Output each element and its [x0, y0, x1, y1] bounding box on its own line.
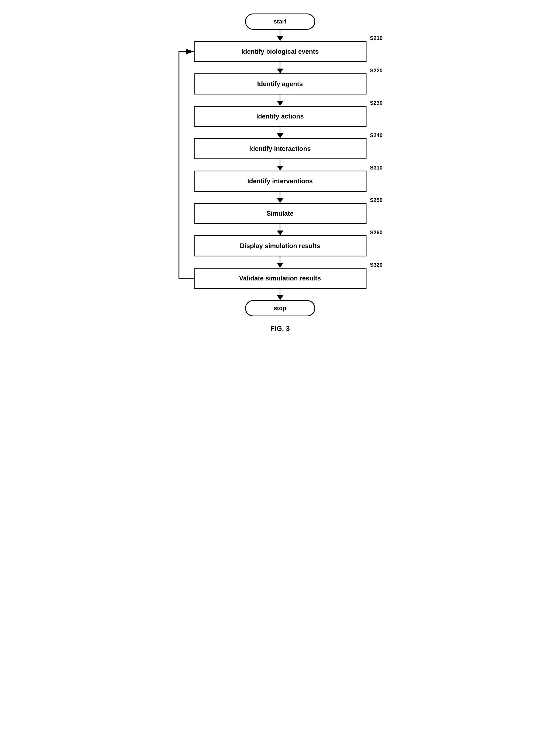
arrow-line — [280, 256, 280, 263]
start-terminal: start — [245, 13, 315, 30]
step-s220-wrapper: S220 Identify agents — [194, 73, 366, 94]
step-s230: Identify actions — [194, 106, 366, 127]
arrowhead — [277, 36, 283, 41]
arrow-line — [280, 224, 280, 231]
connector-7 — [183, 224, 377, 235]
step-label-s220: S220 — [370, 67, 383, 74]
arrow-line — [280, 127, 280, 133]
connector-5 — [183, 159, 377, 171]
arrow-line — [280, 192, 280, 198]
arrowhead — [277, 101, 283, 106]
arrowhead — [277, 166, 283, 171]
step-s310: Identify interventions — [194, 171, 366, 192]
step-label-s320: S320 — [370, 262, 383, 268]
connector-9 — [183, 289, 377, 300]
arrow-line — [280, 289, 280, 295]
stop-terminal: stop — [245, 300, 315, 316]
connector-1 — [183, 30, 377, 41]
step-label-s230: S230 — [370, 100, 383, 106]
connector-3 — [183, 94, 377, 106]
step-s240: Identify interactions — [194, 138, 366, 159]
arrow-line — [280, 159, 280, 166]
step-label-s240: S240 — [370, 132, 383, 138]
step-s240-wrapper: S240 Identify interactions — [194, 138, 366, 159]
arrowhead — [277, 231, 283, 235]
connector-4 — [183, 127, 377, 138]
diagram-container: start S210 Identify biological events S2… — [178, 5, 383, 344]
step-s320: Validate simulation results — [194, 268, 366, 289]
figure-caption: FIG. 3 — [270, 324, 290, 333]
step-label-s250: S250 — [370, 197, 383, 203]
step-s210-wrapper: S210 Identify biological events — [194, 41, 366, 62]
step-s210: Identify biological events — [194, 41, 366, 62]
step-s230-wrapper: S230 Identify actions — [194, 106, 366, 127]
step-s260: Display simulation results — [194, 235, 366, 256]
connector-2 — [183, 62, 377, 73]
arrow-line — [280, 62, 280, 69]
step-label-s260: S260 — [370, 229, 383, 236]
connector-8 — [183, 256, 377, 268]
arrow-line — [280, 30, 280, 36]
step-s260-wrapper: S260 Display simulation results — [194, 235, 366, 256]
arrowhead — [277, 263, 283, 268]
step-s310-wrapper: S310 Identify interventions — [194, 171, 366, 192]
arrowhead — [277, 295, 283, 300]
arrowhead — [277, 133, 283, 138]
step-s250-wrapper: S250 Simulate — [194, 203, 366, 224]
flowchart: start S210 Identify biological events S2… — [183, 13, 377, 316]
step-s320-wrapper: S320 Validate simulation results — [194, 268, 366, 289]
arrowhead — [277, 198, 283, 203]
step-s220: Identify agents — [194, 73, 366, 94]
arrow-line — [280, 94, 280, 101]
arrowhead — [277, 69, 283, 73]
connector-6 — [183, 192, 377, 203]
step-label-s210: S210 — [370, 35, 383, 41]
step-s250: Simulate — [194, 203, 366, 224]
step-label-s310: S310 — [370, 165, 383, 171]
